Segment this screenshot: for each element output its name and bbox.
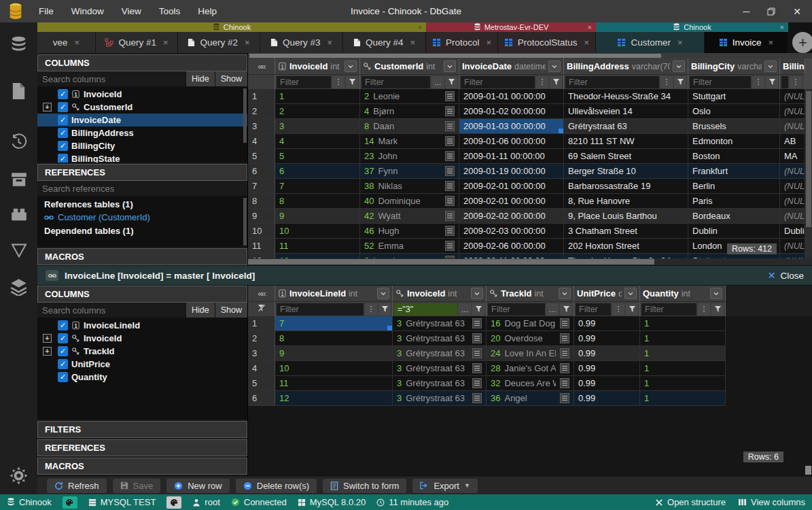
funnel-icon[interactable] [560,303,572,316]
column-header-quantity[interactable]: Quantityint [640,286,726,301]
horizontal-scrollbar[interactable] [248,53,812,58]
cell-invoicedate[interactable]: 2009-02-01 00:00:00 [459,194,564,208]
expand-icon[interactable]: + [43,103,52,112]
menu-tools[interactable]: Tools [150,0,190,22]
close-icon[interactable]: × [584,37,590,48]
cell-trackid[interactable]: 20Overdose [487,331,574,345]
cell-invoiceid[interactable]: 6 [275,164,360,178]
funnel-icon[interactable] [711,303,724,316]
filter-options-button[interactable]: ⋮ [698,303,710,316]
expand-icon[interactable]: + [43,334,52,343]
cell-customerid[interactable]: 37Fynn [360,164,459,178]
cell-customerid[interactable]: 38Niklas [360,179,459,193]
cell-billingcity[interactable]: Boston [688,149,780,163]
tab-invoice[interactable]: Invoice× [705,32,788,53]
column-item-invoicelineid[interactable]: ✓1InvoiceLineId [37,319,247,332]
tab-query-1[interactable]: Query #1× [96,32,178,53]
show-button[interactable]: Show [215,71,247,86]
cell-billingaddress[interactable]: Barbarossastraße 19 [564,179,688,193]
lookup-document-icon[interactable] [445,91,455,101]
tab-vee[interactable]: vee× [37,32,96,53]
lookup-document-icon[interactable] [472,378,482,388]
tab-query-4[interactable]: Query #4× [343,32,426,53]
cell-invoicelineid[interactable]: 9 [275,346,393,360]
column-item-invoiceid[interactable]: ✓1InvoiceId [37,88,247,101]
cell-customerid[interactable]: 42Wyatt [360,209,459,223]
scrollbar-thumb[interactable] [249,54,661,58]
lookup-document-icon[interactable] [445,241,455,251]
lookup-document-icon[interactable] [560,318,569,328]
lookup-document-icon[interactable] [560,378,569,388]
expand-icon[interactable]: + [43,347,52,356]
cell-billingcity[interactable]: Edmonton [688,134,780,148]
close-icon[interactable]: × [327,37,332,48]
cell-billingaddress[interactable]: 69 Salem Street [564,149,688,163]
tab-query-3[interactable]: Query #3× [260,32,343,53]
row-number[interactable]: 3 [248,346,275,360]
column-header-invoiceid[interactable]: 1InvoiceIdint [275,58,360,74]
detail-close-button[interactable]: ✕ Close [768,270,804,281]
filter-input-trackid[interactable] [488,303,545,316]
cell-invoiceid[interactable]: 10 [275,224,360,238]
columns-section-header[interactable]: COLUMNS [37,286,247,303]
lookup-document-icon[interactable] [445,136,455,146]
filter-input-invoicelineid[interactable] [277,303,364,316]
cell-billingaddress[interactable]: 9, Place Louis Barthou [564,209,688,223]
switch-to-form-button[interactable]: Switch to form [323,479,406,493]
row-number[interactable]: 5 [248,376,275,390]
status-view-columns[interactable]: View columns [738,497,805,507]
new-tab-button[interactable]: + [792,32,812,53]
cell-trackid[interactable]: 32Deuces Are Wild [487,376,574,390]
row-number[interactable]: 4 [248,361,275,375]
column-item-trackid[interactable]: +✓TrackId [37,345,247,358]
column-header-invoicelineid[interactable]: 1InvoiceLineIdint [275,286,393,301]
cell-invoiceid[interactable]: 3Grétrystraat 63 [393,331,487,345]
column-header-customerid[interactable]: CustomerIdint [360,58,459,74]
cell-invoicedate[interactable]: 2009-01-03 00:00:00 [459,119,564,133]
column-menu-button[interactable] [471,288,483,299]
close-icon[interactable]: × [769,37,774,48]
cell-customerid[interactable]: 2Leonie [360,254,459,258]
macros-section-header[interactable]: MACROS [37,458,247,475]
close-icon[interactable]: × [410,37,415,48]
funnel-icon[interactable] [766,76,778,88]
cell-invoicedate[interactable]: 2009-02-03 00:00:00 [459,224,564,238]
lookup-document-icon[interactable] [560,333,569,343]
scrollbar-thumb[interactable] [806,91,811,227]
filter-options-button[interactable]: ⋮ [790,76,802,88]
lookup-document-icon[interactable] [445,181,455,191]
row-number[interactable]: 8 [248,194,275,208]
column-item-customerid[interactable]: +✓CustomerId [37,101,247,114]
filter-options-button[interactable]: ⋮ [365,303,377,316]
cell-invoiceid[interactable]: 2 [275,104,360,118]
scrollbar-thumb[interactable] [248,259,654,265]
cell-customerid[interactable]: 52Emma [360,239,459,253]
collapse-columns-button[interactable]: «« [248,58,275,74]
cell-trackid[interactable]: 24Love In An Elevator [487,346,574,360]
close-icon[interactable]: × [677,37,683,48]
cell-billingcity[interactable]: Paris [688,194,780,208]
cell-invoicedate[interactable]: 2009-01-19 00:00:00 [459,164,564,178]
row-number[interactable]: 5 [248,149,275,163]
row-number[interactable]: 2 [248,104,275,118]
cell-invoiceid[interactable]: 4 [275,134,360,148]
cell-invoicelineid[interactable]: 8 [275,331,393,345]
cell-invoiceid[interactable]: 7 [275,179,360,193]
cell-invoiceid[interactable]: 3Grétrystraat 63 [393,316,487,330]
filters-section-header[interactable]: FILTERS [37,421,247,438]
filter-options-button[interactable]: … [546,303,559,316]
search-references-input[interactable] [37,181,247,196]
cell-invoicedate[interactable]: 2009-02-11 00:00:00 [459,254,564,258]
rail-file-icon[interactable] [11,82,27,100]
cell-invoiceid[interactable]: 12 [275,254,360,258]
tab-group-header[interactable]: Chinook × [37,22,426,32]
cell-invoiceid[interactable]: 3Grétrystraat 63 [393,376,487,390]
filter-options-button[interactable]: ⋮ [332,76,345,88]
column-menu-button[interactable] [673,61,685,72]
cell-customerid[interactable]: 4Bjørn [360,104,459,118]
cell-billingcity[interactable]: Dublin [688,224,780,238]
checkbox-icon[interactable]: ✓ [58,89,68,99]
horizontal-scrollbar[interactable] [248,258,812,265]
cell-invoicelineid[interactable]: 11 [275,376,393,390]
filter-input-billingaddress[interactable] [565,76,659,88]
